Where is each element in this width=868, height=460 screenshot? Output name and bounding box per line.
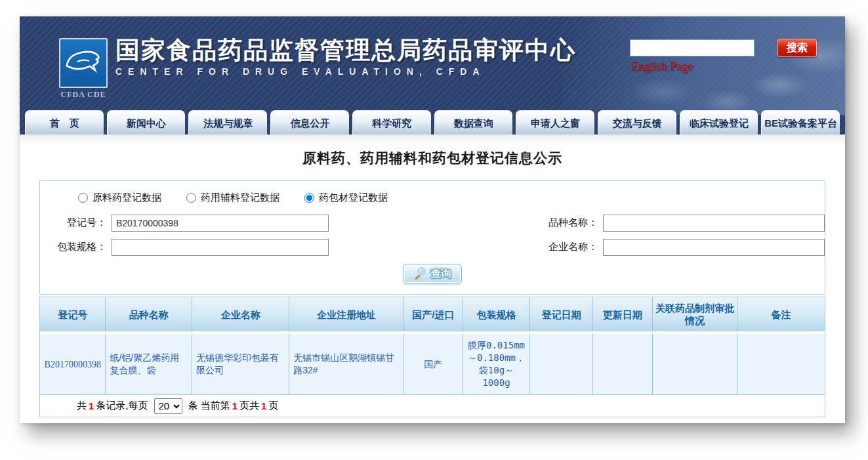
col-header-registration-no: 登记号 [40, 297, 106, 331]
col-header-remarks: 备注 [737, 297, 825, 331]
col-header-registration-date: 登记日期 [530, 297, 593, 331]
pager-total-prefix: 共 [77, 400, 87, 412]
radio-raw-material-input[interactable] [78, 193, 88, 203]
company-name-input[interactable] [603, 239, 825, 256]
radio-packaging-material-input[interactable] [304, 193, 314, 203]
site-subtitle-reflection: CENTER FOR DRUG EVALUATION, CFDA [115, 73, 576, 83]
site-title: 国家食品药品监督管理总局药品审评中心 [115, 36, 576, 65]
col-header-variety-name: 品种名称 [106, 297, 192, 331]
cell-domestic-imported: 国产 [404, 334, 463, 394]
logo-caption: CFDA CDE [54, 90, 113, 100]
radio-excipient-label: 药用辅料登记数据 [201, 192, 279, 204]
pager-current-page: 1 [232, 400, 238, 411]
nav-tab-info-disclosure[interactable]: 信息公开 [270, 110, 349, 135]
nav-tab-be-filing-platform[interactable]: BE试验备案平台 [761, 110, 840, 135]
radio-raw-material[interactable]: 原料药登记数据 [78, 192, 161, 204]
pager-total-records: 1 [89, 400, 94, 411]
cell-variety-name: 纸/铝/聚乙烯药用复合膜、袋 [106, 334, 192, 394]
col-header-packaging-spec: 包装规格 [463, 297, 531, 331]
page-size-select[interactable]: 20 [154, 398, 182, 414]
pager-per-text: 条 当前第 [188, 400, 230, 412]
cell-packaging-spec: 膜厚0.015mm～0.180mm，袋10g～1000g [463, 334, 531, 394]
nav-tab-news[interactable]: 新闻中心 [107, 110, 186, 135]
pager-total-pages: 1 [261, 400, 266, 411]
variety-name-label: 品种名称： [329, 217, 603, 229]
table-row: B20170000398 纸/铝/聚乙烯药用复合膜、袋 无锡德华彩印包装有限公司… [40, 334, 825, 395]
pagination-bar: 共 1 条记录,每页 20 条 当前第 1 页共 1 页 [40, 395, 825, 417]
radio-excipient[interactable]: 药用辅料登记数据 [186, 192, 279, 204]
radio-excipient-input[interactable] [186, 193, 196, 203]
nav-tab-applicant-window[interactable]: 申请人之窗 [516, 110, 594, 135]
data-type-radio-group: 原料药登记数据 药用辅料登记数据 药包材登记数据 [78, 190, 825, 205]
main-navigation: 首 页 新闻中心 法规与规章 信息公开 科学研究 数据查询 申请人之窗 交流与反… [20, 110, 845, 135]
packaging-spec-label: 包装规格： [40, 241, 112, 253]
nav-tab-home[interactable]: 首 页 [25, 110, 104, 135]
page-title: 原料药、药用辅料和药包材登记信息公示 [20, 135, 845, 167]
header-search-area [630, 39, 754, 56]
site-header: CFDA CDE 国家食品药品监督管理总局药品审评中心 CENTER FOR D… [20, 16, 845, 135]
pills-photo-background [563, 16, 845, 115]
col-header-related-approval: 关联药品制剂审批情况 [653, 297, 737, 331]
radio-packaging-material[interactable]: 药包材登记数据 [304, 192, 388, 204]
cell-update-date [593, 334, 653, 394]
cell-remarks [737, 334, 825, 394]
cell-company-name: 无锡德华彩印包装有限公司 [192, 334, 289, 394]
cell-registration-date [530, 334, 593, 394]
company-name-label: 企业名称： [329, 241, 603, 253]
cell-company-address: 无锡市锡山区鹅湖镇锡甘路32# [289, 334, 404, 394]
content-area: 原料药、药用辅料和药包材登记信息公示 原料药登记数据 药用辅料登记数据 药包材登… [20, 135, 845, 423]
nav-tab-regulations[interactable]: 法规与规章 [188, 110, 267, 135]
cde-logo [59, 38, 108, 88]
query-button[interactable]: 查询 [403, 264, 462, 284]
radio-raw-material-label: 原料药登记数据 [93, 192, 161, 204]
nav-tab-science-research[interactable]: 科学研究 [352, 110, 431, 135]
pager-page-text: 页共 [239, 400, 259, 412]
filter-panel: 原料药登记数据 药用辅料登记数据 药包材登记数据 登记号： 品种名称： [39, 180, 825, 295]
pager-pages-text: 页 [268, 400, 278, 412]
english-page-link[interactable]: English Page [631, 60, 693, 73]
header-search-input[interactable] [630, 39, 754, 56]
registration-no-label: 登记号： [40, 217, 112, 229]
col-header-update-date: 更新日期 [593, 297, 653, 331]
col-header-company-name: 企业名称 [192, 297, 289, 331]
nav-tab-feedback[interactable]: 交流与反馈 [598, 110, 676, 135]
packaging-spec-input[interactable] [112, 239, 329, 256]
results-table: 登记号 品种名称 企业名称 企业注册地址 国产/进口 包装规格 登记日期 更新日… [39, 297, 825, 417]
nav-tab-clinical-trial-registry[interactable]: 临床试验登记 [680, 110, 758, 135]
header-search-button[interactable]: 搜索 [777, 39, 817, 57]
registration-no-input[interactable] [112, 215, 329, 232]
cell-registration-no[interactable]: B20170000398 [40, 334, 106, 394]
cde-swoosh-icon [63, 46, 104, 80]
table-header-row: 登记号 品种名称 企业名称 企业注册地址 国产/进口 包装规格 登记日期 更新日… [40, 297, 825, 334]
title-wrap: 国家食品药品监督管理总局药品审评中心 CENTER FOR DRUG EVALU… [115, 36, 576, 83]
radio-packaging-material-label: 药包材登记数据 [319, 192, 388, 204]
filter-fields: 登记号： 品种名称： 包装规格： 企业名称： [40, 211, 825, 259]
cell-related-approval [653, 334, 737, 394]
nav-tab-data-query[interactable]: 数据查询 [434, 110, 513, 135]
page-card: CFDA CDE 国家食品药品监督管理总局药品审评中心 CENTER FOR D… [20, 16, 845, 423]
variety-name-input[interactable] [603, 215, 825, 232]
col-header-domestic-imported: 国产/进口 [404, 297, 463, 331]
query-button-label: 查询 [430, 267, 451, 281]
search-magnifier-icon [413, 266, 426, 282]
pager-records-text: 条记录,每页 [96, 400, 148, 412]
col-header-company-address: 企业注册地址 [289, 297, 404, 331]
